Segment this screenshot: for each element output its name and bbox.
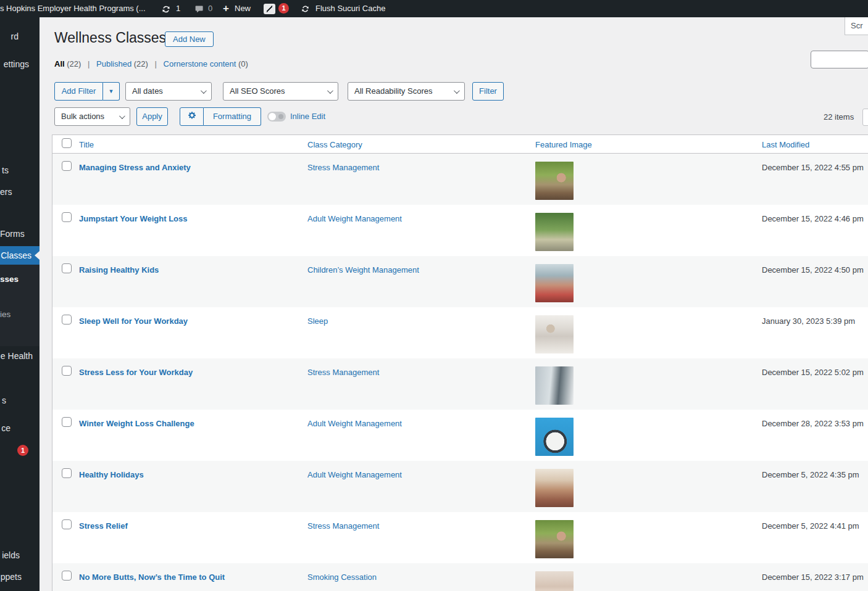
select-row-checkbox[interactable] xyxy=(62,263,72,273)
row-last-modified: December 28, 2022 3:53 pm xyxy=(762,419,864,428)
row-title-link[interactable]: Stress Relief xyxy=(79,521,128,531)
comments-icon[interactable] xyxy=(194,0,204,17)
new-content-link[interactable]: New xyxy=(235,0,251,17)
screen-options-tab[interactable]: Scr xyxy=(845,17,868,35)
sidebar-item-posts[interactable]: ts xyxy=(0,162,40,178)
chevron-down-icon xyxy=(454,88,460,94)
sort-by-title[interactable]: Title xyxy=(79,140,94,149)
readability-scores-filter-select[interactable]: All Readability Scores xyxy=(348,82,465,101)
featured-image-thumbnail[interactable] xyxy=(535,315,574,353)
sidebar-item-classes-active[interactable]: Classes xyxy=(0,246,40,265)
row-category-link[interactable]: Stress Management xyxy=(307,163,379,172)
select-row-checkbox[interactable] xyxy=(62,519,72,529)
seo-scores-filter-select[interactable]: All SEO Scores xyxy=(223,82,338,101)
updates-icon[interactable] xyxy=(161,0,171,17)
table-header-row: Title Class Category Featured Image Last… xyxy=(52,135,868,154)
sidebar-item-snippets[interactable]: ppets xyxy=(0,569,40,585)
row-title-link[interactable]: Managing Stress and Anxiety xyxy=(79,163,191,172)
classes-submenu: sses ies xyxy=(0,265,40,346)
select-row-checkbox[interactable] xyxy=(62,315,72,324)
select-row-checkbox[interactable] xyxy=(62,571,72,581)
row-category-link[interactable]: Stress Management xyxy=(307,521,379,531)
gear-icon[interactable] xyxy=(180,107,204,126)
sidebar-item-plugins[interactable]: 1 xyxy=(0,442,40,458)
table-row: Raising Healthy Kids Children’s Weight M… xyxy=(52,256,868,307)
row-last-modified: December 15, 2022 4:46 pm xyxy=(762,214,864,223)
featured-image-thumbnail[interactable] xyxy=(535,571,574,591)
featured-image-thumbnail[interactable] xyxy=(535,520,574,558)
yoast-seo-icon[interactable] xyxy=(264,0,275,17)
pagination-button[interactable] xyxy=(862,109,868,126)
add-new-button[interactable]: Add New xyxy=(165,31,214,47)
sort-by-category[interactable]: Class Category xyxy=(307,140,362,149)
sidebar-item-custom-fields[interactable]: ields xyxy=(0,547,40,563)
sidebar-item-ce[interactable]: ce xyxy=(0,420,40,436)
table-row: Stress Relief Stress Management December… xyxy=(52,512,868,563)
flush-sucuri-cache-link[interactable]: Flush Sucuri Cache xyxy=(315,0,385,17)
view-cornerstone-link[interactable]: Cornerstone content xyxy=(164,59,236,68)
column-featured-image: Featured Image xyxy=(535,140,592,149)
featured-image-thumbnail[interactable] xyxy=(535,469,574,507)
sidebar-item-s[interactable]: s xyxy=(0,392,40,408)
site-name-link[interactable]: s Hopkins Employer Health Programs (... xyxy=(0,0,146,17)
row-category-link[interactable]: Adult Weight Management xyxy=(307,419,402,428)
featured-image-thumbnail[interactable] xyxy=(535,162,574,200)
row-title-link[interactable]: Winter Weight Loss Challenge xyxy=(79,419,194,428)
sidebar-item-dashboard[interactable]: rd xyxy=(0,28,40,44)
select-row-checkbox[interactable] xyxy=(62,417,72,427)
wordpress-admin-screen: s Hopkins Employer Health Programs (... … xyxy=(0,0,868,591)
select-row-checkbox[interactable] xyxy=(62,161,72,171)
row-last-modified: January 30, 2023 5:39 pm xyxy=(762,316,855,326)
sort-by-last-modified[interactable]: Last Modified xyxy=(762,140,809,149)
submenu-item-categories[interactable]: ies xyxy=(0,307,40,323)
row-title-link[interactable]: Stress Less for Your Workday xyxy=(79,368,193,377)
inline-edit-label[interactable]: Inline Edit xyxy=(290,112,325,121)
formatting-button[interactable]: Formatting xyxy=(204,107,261,126)
featured-image-thumbnail[interactable] xyxy=(535,418,574,456)
select-row-checkbox[interactable] xyxy=(62,468,72,478)
row-last-modified: December 15, 2022 5:02 pm xyxy=(762,368,864,377)
featured-image-thumbnail[interactable] xyxy=(535,366,574,405)
search-input[interactable] xyxy=(811,51,868,68)
plus-icon[interactable]: + xyxy=(223,0,229,17)
table-row: No More Butts, Now’s the Time to Quit Sm… xyxy=(52,563,868,591)
row-title-link[interactable]: Sleep Well for Your Workday xyxy=(79,316,188,326)
view-published-link[interactable]: Published xyxy=(96,59,131,68)
row-title-link[interactable]: Healthy Holidays xyxy=(79,470,144,479)
select-all-checkbox[interactable] xyxy=(62,138,72,148)
sucuri-cache-icon[interactable] xyxy=(301,0,310,17)
row-category-link[interactable]: Stress Management xyxy=(307,368,379,377)
select-row-checkbox[interactable] xyxy=(62,212,72,222)
sidebar-item-ers[interactable]: ers xyxy=(0,184,40,200)
sidebar-item-employee-health[interactable]: e Health xyxy=(0,348,40,364)
featured-image-thumbnail[interactable] xyxy=(535,264,574,302)
row-last-modified: December 5, 2022 4:35 pm xyxy=(762,470,859,479)
table-row: Healthy Holidays Adult Weight Management… xyxy=(52,461,868,512)
add-filter-button[interactable]: Add Filter xyxy=(54,82,103,101)
apply-button[interactable]: Apply xyxy=(136,107,168,126)
sidebar-item-forms[interactable]: Forms xyxy=(0,226,40,242)
updates-count[interactable]: 1 xyxy=(176,0,180,17)
row-category-link[interactable]: Adult Weight Management xyxy=(307,470,402,479)
row-category-link[interactable]: Sleep xyxy=(307,316,328,326)
formatting-button-group: Formatting xyxy=(180,107,261,126)
dates-filter-select[interactable]: All dates xyxy=(125,82,212,101)
comments-count[interactable]: 0 xyxy=(208,0,212,17)
filter-button[interactable]: Filter xyxy=(472,82,504,101)
add-filter-dropdown-arrow[interactable]: ▼ xyxy=(103,82,120,101)
submenu-item-all-classes[interactable]: sses xyxy=(0,271,40,287)
sidebar-item-settings-top[interactable]: ettings xyxy=(0,56,40,72)
bulk-actions-select[interactable]: Bulk actions xyxy=(54,107,130,126)
select-row-checkbox[interactable] xyxy=(62,366,72,376)
add-filter-split-button: Add Filter ▼ xyxy=(54,82,120,101)
row-title-link[interactable]: Jumpstart Your Weight Loss xyxy=(79,214,188,223)
row-category-link[interactable]: Children’s Weight Management xyxy=(307,265,419,275)
inline-edit-toggle[interactable] xyxy=(267,112,286,122)
view-all-link[interactable]: All (22) xyxy=(54,59,81,68)
row-category-link[interactable]: Adult Weight Management xyxy=(307,214,402,223)
table-row: Managing Stress and Anxiety Stress Manag… xyxy=(52,154,868,205)
row-title-link[interactable]: Raising Healthy Kids xyxy=(79,265,159,275)
row-title-link[interactable]: No More Butts, Now’s the Time to Quit xyxy=(79,572,225,582)
featured-image-thumbnail[interactable] xyxy=(535,213,574,251)
row-category-link[interactable]: Smoking Cessation xyxy=(307,572,377,582)
